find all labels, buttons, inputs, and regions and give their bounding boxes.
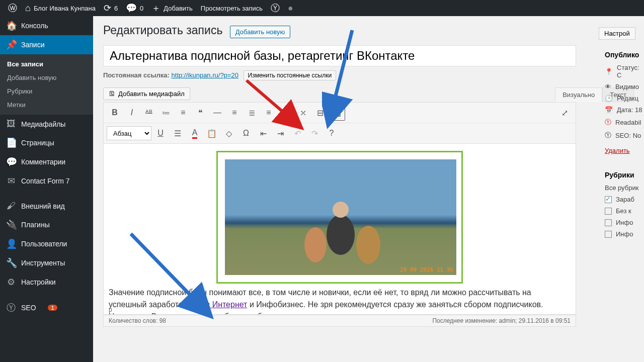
mail-icon: ✉ xyxy=(6,175,16,187)
strike-button[interactable]: ᴬᴮ xyxy=(141,105,157,121)
checkbox[interactable] xyxy=(605,208,612,215)
svg-point-2 xyxy=(304,227,327,262)
cat-row-3[interactable]: Инфо xyxy=(599,217,644,228)
page-title: Редактировать запись xyxy=(103,24,222,37)
svg-point-1 xyxy=(333,202,349,218)
link-button[interactable]: 🔗 xyxy=(278,105,294,121)
date-row[interactable]: 📅Дата: 18 xyxy=(599,104,644,116)
clear-format-button[interactable]: ◇ xyxy=(221,125,237,141)
comments-link[interactable]: 💬0 xyxy=(122,0,147,16)
image-selection-frame[interactable]: 29 09 2016 11 36 xyxy=(216,151,463,284)
menu-seo[interactable]: ⓎSEO 1 xyxy=(0,298,93,318)
sidebar: Настрой Опублико 📍Статус: С 👁Видимо 🕑Ред… xyxy=(599,27,644,240)
align-left-button[interactable]: ≡ xyxy=(226,105,243,121)
redo-button[interactable]: ↷ xyxy=(306,125,323,141)
ol-button[interactable]: ≡ xyxy=(175,105,191,121)
cat-row-2[interactable]: Без к xyxy=(599,205,644,217)
checkbox-checked[interactable] xyxy=(605,196,612,203)
more-button[interactable]: ⊟ xyxy=(312,105,328,121)
seo-row[interactable]: ⓎSEO: No xyxy=(599,129,644,142)
users-icon: 👤 xyxy=(6,238,16,249)
admin-bar: ⓦ ⌂Блог Ивана Кунпана ⟳6 💬0 ＋Добавить Пр… xyxy=(0,0,644,16)
updates-link[interactable]: ⟳6 xyxy=(100,0,122,16)
cats-all-tab[interactable]: Все рубрик xyxy=(599,182,644,194)
align-right-button[interactable]: ≡ xyxy=(261,105,277,121)
outdent-button[interactable]: ⇤ xyxy=(255,125,271,141)
post-title-input[interactable] xyxy=(103,45,576,66)
menu-dashboard[interactable]: 🏠Консоль xyxy=(0,16,93,35)
circle-icon[interactable]: ● xyxy=(284,0,297,16)
edit-permalink-button[interactable]: Изменить постоянные ссылки xyxy=(244,70,337,80)
menu-tools[interactable]: 🔧Инструменты xyxy=(0,253,93,273)
svg-point-3 xyxy=(356,226,380,264)
menu-media[interactable]: 🖼Медиафайлы xyxy=(0,115,93,133)
comments-icon: 💬 xyxy=(6,156,16,167)
ul-button[interactable]: ≔ xyxy=(158,105,174,121)
permalink-url[interactable]: http://ikunpan.ru/?p=20 xyxy=(172,71,238,79)
add-media-button[interactable]: 🖻Добавить медиафайл xyxy=(103,87,190,100)
menu-categories[interactable]: Рубрики xyxy=(0,84,93,98)
italic-button[interactable]: I xyxy=(124,105,140,121)
special-char-button[interactable]: Ω xyxy=(238,125,254,141)
view-post[interactable]: Просмотреть запись xyxy=(197,0,267,16)
quote-button[interactable]: ❝ xyxy=(192,105,208,121)
pin-icon: 📌 xyxy=(6,39,16,50)
toolbar-toggle-button[interactable]: ▦ xyxy=(329,105,345,121)
menu-plugins[interactable]: 🔌Плагины xyxy=(0,215,93,234)
menu-all-posts[interactable]: Все записи xyxy=(0,57,93,71)
paragraph-select[interactable]: Абзац xyxy=(107,126,151,140)
post-paragraph: Значение подписной базы понимают все, в … xyxy=(109,287,571,315)
screen-options-button[interactable]: Настрой xyxy=(599,27,635,40)
menu-posts[interactable]: 📌Записи xyxy=(0,35,93,54)
revisions-row[interactable]: 🕑Редакц xyxy=(599,93,644,104)
media-icon: 🖻 xyxy=(109,90,115,98)
menu-users[interactable]: 👤Пользователи xyxy=(0,234,93,253)
editor-body[interactable]: 29 09 2016 11 36 Значение подписной базы… xyxy=(103,144,576,315)
tab-visual[interactable]: Визуально xyxy=(555,87,602,102)
yoast-icon: Ⓨ xyxy=(605,118,611,127)
menu-appearance[interactable]: 🖌Внешний вид xyxy=(0,197,93,215)
text-color-button[interactable]: A xyxy=(187,125,203,141)
new-content[interactable]: ＋Добавить xyxy=(147,0,196,16)
checkbox[interactable] xyxy=(605,231,612,238)
fullscreen-button[interactable]: ⤢ xyxy=(556,105,573,121)
inserted-image[interactable]: 29 09 2016 11 36 xyxy=(225,159,456,275)
menu-pages[interactable]: 📄Страницы xyxy=(0,133,93,152)
wp-logo[interactable]: ⓦ xyxy=(4,0,21,16)
status-row[interactable]: 📍Статус: С xyxy=(599,62,644,81)
element-path: p xyxy=(109,306,112,313)
undo-button[interactable]: ↶ xyxy=(289,125,305,141)
menu-tags[interactable]: Метки xyxy=(0,98,93,112)
justify-button[interactable]: ☰ xyxy=(170,125,186,141)
readability-row[interactable]: ⓎReadabil xyxy=(599,116,644,129)
permalink-label: Постоянная ссылка: xyxy=(103,71,170,79)
help-button[interactable]: ? xyxy=(324,125,340,141)
underline-button[interactable]: U xyxy=(152,125,169,141)
word-count: 98 xyxy=(159,317,166,324)
word-count-label: Количество слов: xyxy=(109,317,157,324)
add-new-button[interactable]: Добавить новую xyxy=(230,26,290,38)
paste-text-button[interactable]: 📋 xyxy=(204,125,220,141)
menu-add-post[interactable]: Добавить новую xyxy=(0,71,93,84)
menu-cf7[interactable]: ✉Contact Form 7 xyxy=(0,171,93,191)
svg-point-0 xyxy=(327,215,355,255)
unlink-button[interactable]: ⤫ xyxy=(295,105,311,121)
menu-comments[interactable]: 💬Комментарии xyxy=(0,152,93,171)
bold-button[interactable]: B xyxy=(107,105,123,121)
checkbox[interactable] xyxy=(605,219,612,226)
editor-toolbar: B I ᴬᴮ ≔ ≡ ❝ — ≡ ≣ ≡ 🔗 ⤫ ⊟ ▦ ⤢ Абзац U ☰… xyxy=(103,102,576,144)
site-link[interactable]: ⌂Блог Ивана Кунпана xyxy=(21,0,100,16)
gauge-icon: 🏠 xyxy=(6,20,16,31)
yoast-icon[interactable]: Ⓨ xyxy=(267,0,284,16)
cat-row-4[interactable]: Инфо xyxy=(599,228,644,240)
indent-button[interactable]: ⇥ xyxy=(272,125,288,141)
align-center-button[interactable]: ≣ xyxy=(244,105,260,121)
pin-icon: 📍 xyxy=(605,68,613,75)
content-link[interactable]: через Интернет xyxy=(189,300,247,309)
menu-settings[interactable]: ⚙Настройки xyxy=(0,273,93,292)
settings-icon: ⚙ xyxy=(6,277,16,288)
trash-link[interactable]: Удалить xyxy=(599,142,644,159)
visibility-row[interactable]: 👁Видимо xyxy=(599,81,644,93)
hr-button[interactable]: — xyxy=(209,105,225,121)
cat-row-1[interactable]: Зараб xyxy=(599,194,644,205)
